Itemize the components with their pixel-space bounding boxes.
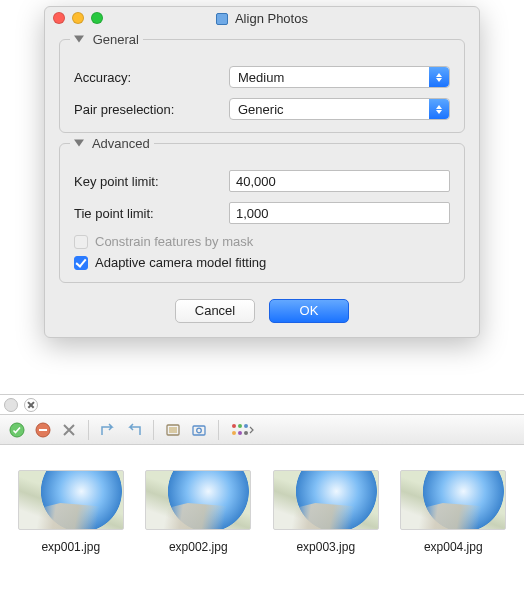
svg-point-6 <box>197 428 202 433</box>
tie-point-limit-label: Tie point limit: <box>74 206 229 221</box>
accuracy-select[interactable]: Medium <box>229 66 450 88</box>
toolbar-separator <box>88 420 89 440</box>
adaptive-fitting-checkbox[interactable] <box>74 256 88 270</box>
key-point-limit-input[interactable] <box>229 170 450 192</box>
accuracy-label: Accuracy: <box>74 70 229 85</box>
svg-rect-2 <box>39 429 47 431</box>
select-stepper-icon <box>429 67 449 87</box>
key-point-limit-label: Key point limit: <box>74 174 229 189</box>
svg-point-8 <box>238 424 242 428</box>
dialog-title: Align Photos <box>235 11 308 26</box>
svg-rect-4 <box>169 427 177 433</box>
adaptive-fitting-label: Adaptive camera model fitting <box>95 255 266 270</box>
select-stepper-icon <box>429 99 449 119</box>
thumbnail-image <box>145 470 251 530</box>
thumbnail-caption: exp001.jpg <box>41 540 100 554</box>
svg-point-10 <box>232 431 236 435</box>
advanced-legend-text: Advanced <box>92 136 150 151</box>
pair-preselection-label: Pair preselection: <box>74 102 229 117</box>
advanced-legend: Advanced <box>70 136 154 151</box>
align-photos-dialog: Align Photos General Accuracy: Medium Pa… <box>44 6 480 338</box>
dialog-titlebar[interactable]: Align Photos <box>45 7 479 31</box>
svg-point-11 <box>238 431 242 435</box>
svg-rect-5 <box>193 426 205 435</box>
zoom-window-button[interactable] <box>91 12 103 24</box>
svg-point-9 <box>244 424 248 428</box>
rotate-right-icon[interactable] <box>125 421 143 439</box>
thumbnail-caption: exp002.jpg <box>169 540 228 554</box>
photo-thumbnail[interactable]: exp002.jpg <box>144 470 254 554</box>
thumbnail-image <box>273 470 379 530</box>
cancel-button[interactable]: Cancel <box>175 299 255 323</box>
tie-point-limit-input[interactable] <box>229 202 450 224</box>
toolbar-separator <box>218 420 219 440</box>
photo-thumbnail[interactable]: exp001.jpg <box>16 470 126 554</box>
thumbnail-image <box>400 470 506 530</box>
pair-preselection-value: Generic <box>238 102 284 117</box>
mask-tool-icon[interactable] <box>164 421 182 439</box>
svg-point-7 <box>232 424 236 428</box>
view-options-icon[interactable] <box>229 421 255 439</box>
advanced-group: Advanced Key point limit: Tie point limi… <box>59 143 465 283</box>
disclosure-triangle-icon[interactable] <box>74 36 84 43</box>
panel-close-icon[interactable] <box>24 398 38 412</box>
reject-icon[interactable] <box>34 421 52 439</box>
thumbnail-image <box>18 470 124 530</box>
camera-tool-icon[interactable] <box>190 421 208 439</box>
close-window-button[interactable] <box>53 12 65 24</box>
photo-thumbnail-strip: exp001.jpg exp002.jpg exp003.jpg exp004.… <box>0 470 524 554</box>
svg-point-12 <box>244 431 248 435</box>
rotate-left-icon[interactable] <box>99 421 117 439</box>
pair-preselection-select[interactable]: Generic <box>229 98 450 120</box>
constrain-features-checkbox <box>74 235 88 249</box>
disclosure-triangle-icon[interactable] <box>74 140 84 147</box>
ok-button[interactable]: OK <box>269 299 349 323</box>
accept-icon[interactable] <box>8 421 26 439</box>
app-icon <box>216 13 228 25</box>
dialog-button-bar: Cancel OK <box>45 293 479 337</box>
general-legend: General <box>70 32 143 47</box>
window-controls <box>53 12 103 24</box>
panel-header-strip <box>0 395 524 415</box>
constrain-features-label: Constrain features by mask <box>95 234 253 249</box>
thumbnail-caption: exp003.jpg <box>296 540 355 554</box>
minimize-window-button[interactable] <box>72 12 84 24</box>
photo-thumbnail[interactable]: exp003.jpg <box>271 470 381 554</box>
accuracy-value: Medium <box>238 70 284 85</box>
photo-thumbnail[interactable]: exp004.jpg <box>399 470 509 554</box>
general-legend-text: General <box>93 32 139 47</box>
toolbar-separator <box>153 420 154 440</box>
general-group: General Accuracy: Medium Pair preselecti… <box>59 39 465 133</box>
panel-options-icon[interactable] <box>4 398 18 412</box>
thumbnail-caption: exp004.jpg <box>424 540 483 554</box>
photos-toolbar <box>0 415 524 445</box>
delete-icon[interactable] <box>60 421 78 439</box>
